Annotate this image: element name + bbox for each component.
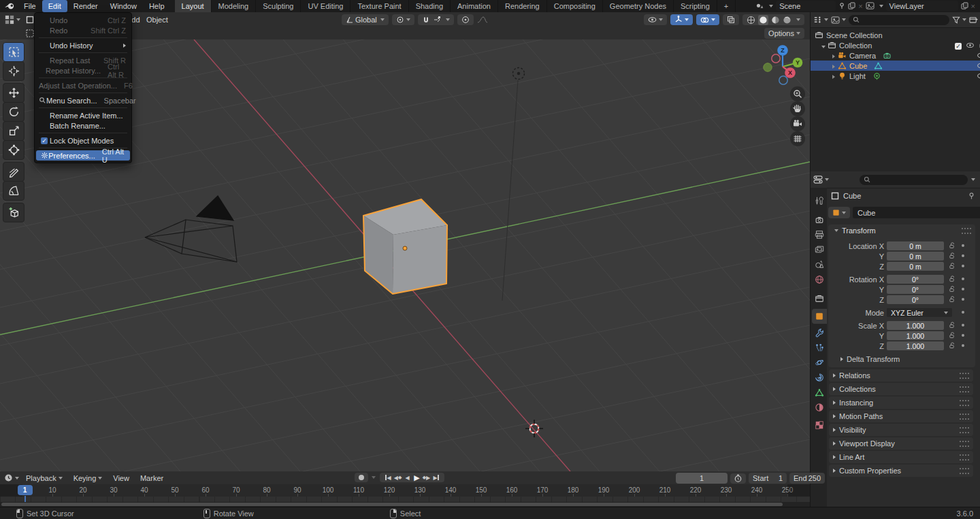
gizmo-minus-x[interactable]: [772, 54, 780, 63]
topbar-menu-render[interactable]: Render: [67, 0, 104, 12]
collection-checkbox[interactable]: ✓: [955, 41, 962, 50]
transform-field-5[interactable]: 0°: [887, 295, 944, 304]
properties-editor-type-icon[interactable]: [813, 175, 829, 184]
menu-item-adjust-last-operation[interactable]: Adjust Last Operation...F6: [35, 80, 131, 90]
timeline-ruler[interactable]: 1020304050607080901001101201301401501601…: [0, 484, 810, 497]
delta-transform-header[interactable]: Delta Transform: [840, 355, 900, 363]
new-viewlayer-icon[interactable]: [961, 2, 968, 10]
viewlayer-name-field[interactable]: ViewLayer: [886, 1, 958, 11]
properties-options-chevron[interactable]: [971, 178, 975, 181]
pin-icon[interactable]: [838, 2, 845, 10]
blender-logo-icon[interactable]: [4, 2, 15, 10]
tool-annotate[interactable]: [3, 162, 24, 182]
hide-in-viewport-eye-icon[interactable]: [966, 41, 975, 50]
menu-item-menu-search[interactable]: Menu Search...Spacebar: [35, 95, 131, 105]
outliner-row-cube[interactable]: Cube: [811, 61, 980, 71]
pan-button[interactable]: [789, 101, 806, 117]
transform-orientation-dropdown[interactable]: Global: [342, 14, 389, 25]
playhead-line[interactable]: [24, 496, 26, 502]
tool-transform[interactable]: [3, 140, 24, 160]
workspace-tab-shading[interactable]: Shading: [409, 0, 451, 12]
shading-solid-button[interactable]: [758, 15, 768, 25]
panel-instancing[interactable]: Instancing: [829, 397, 973, 409]
outliner-item-label[interactable]: Scene Collection: [826, 31, 883, 39]
keying-popover-chevron[interactable]: [372, 476, 376, 479]
scene-name-field[interactable]: Scene: [776, 1, 836, 11]
outliner-item-label[interactable]: Collection: [839, 41, 872, 50]
lock-icon[interactable]: [948, 261, 957, 270]
jump-to-start-button[interactable]: ◀: [384, 473, 393, 482]
panel-collections[interactable]: Collections: [829, 383, 973, 395]
cube-object[interactable]: [363, 199, 447, 294]
options-dropdown[interactable]: Options: [764, 28, 804, 39]
menu-item-undo-history[interactable]: Undo History: [35, 40, 131, 50]
new-collection-button[interactable]: [969, 16, 978, 24]
panel-motion-paths[interactable]: Motion Paths: [829, 410, 973, 422]
hide-in-viewport-eye-icon[interactable]: [977, 51, 980, 60]
outliner-item-label[interactable]: Light: [849, 72, 866, 80]
timeline-menu-view[interactable]: View: [108, 474, 135, 482]
menu-item-undo[interactable]: UndoCtrl Z: [35, 15, 131, 25]
filter-dropdown[interactable]: [952, 16, 966, 24]
lock-icon[interactable]: [948, 284, 957, 293]
orthographic-toggle-button[interactable]: [789, 131, 806, 147]
lock-icon[interactable]: [948, 295, 957, 303]
scrollbar-handle[interactable]: [1, 503, 783, 506]
xray-toggle[interactable]: [723, 14, 739, 25]
animate-dot[interactable]: [962, 254, 964, 257]
gizmo-minus-y[interactable]: [764, 63, 772, 71]
menu-item-lock-object-modes[interactable]: ✓Lock Object Modes: [35, 135, 131, 146]
frame-end-field[interactable]: End 250: [789, 473, 825, 484]
viewlayer-type-icon[interactable]: [866, 2, 875, 10]
play-button[interactable]: ▶: [412, 473, 421, 482]
object-mode-icon[interactable]: [26, 16, 34, 24]
tool-select-box[interactable]: [3, 42, 24, 62]
overlays-toggle[interactable]: [696, 14, 719, 25]
workspace-tab-geometry-nodes[interactable]: Geometry Nodes: [603, 0, 674, 12]
display-mode-dropdown[interactable]: [813, 16, 828, 24]
timeline-menu-playback[interactable]: Playback: [20, 474, 68, 482]
outliner-item-label[interactable]: Camera: [849, 52, 876, 60]
properties-tab-constraints[interactable]: [812, 370, 827, 385]
shading-material-button[interactable]: [771, 16, 780, 24]
pin-id-icon[interactable]: [968, 192, 975, 200]
properties-tab-output[interactable]: [812, 227, 827, 242]
animate-dot[interactable]: [962, 278, 964, 280]
outliner-row-light[interactable]: Light: [811, 71, 980, 81]
animate-dot[interactable]: [962, 265, 964, 267]
hide-in-viewport-eye-icon[interactable]: [977, 61, 980, 70]
shading-wireframe-button[interactable]: [747, 16, 755, 24]
play-reverse-button[interactable]: ◀: [403, 473, 412, 482]
timeline-menu-keying[interactable]: Keying: [68, 474, 108, 482]
topbar-menu-edit[interactable]: Edit: [42, 0, 67, 12]
properties-tab-scene[interactable]: [812, 257, 827, 272]
current-frame-field[interactable]: 1: [676, 473, 728, 484]
jump-to-end-button[interactable]: ▶: [431, 473, 440, 482]
panel-custom-properties[interactable]: Custom Properties: [829, 465, 973, 477]
properties-tab-collection[interactable]: [812, 291, 827, 306]
tool-rotate[interactable]: [3, 102, 24, 122]
disclosure-collapsed-icon[interactable]: [832, 62, 838, 70]
outliner-row-camera[interactable]: Camera: [811, 50, 980, 61]
outliner-search-input[interactable]: [849, 15, 949, 25]
next-keyframe-button[interactable]: ◆▶: [422, 473, 431, 482]
lock-icon[interactable]: [948, 241, 957, 250]
lock-icon[interactable]: [948, 341, 957, 350]
outliner-item-label[interactable]: Cube: [849, 62, 867, 70]
shading-rendered-button[interactable]: [783, 16, 791, 24]
prev-keyframe-button[interactable]: ◀◆: [393, 473, 402, 482]
animate-dot[interactable]: [962, 334, 964, 337]
animate-dot[interactable]: [962, 244, 964, 247]
topbar-menu-file[interactable]: File: [18, 0, 42, 12]
outliner-row-collection[interactable]: Collection✓: [811, 40, 980, 50]
timeline-track[interactable]: [0, 497, 810, 502]
object-id-dropdown[interactable]: [828, 207, 850, 218]
properties-tab-physics[interactable]: [812, 355, 827, 370]
use-preview-range-toggle[interactable]: [730, 473, 746, 484]
properties-tab-material[interactable]: [812, 400, 827, 415]
workspace-tab-modeling[interactable]: Modeling: [212, 0, 257, 12]
proportional-editing-toggle[interactable]: [457, 14, 474, 25]
animate-dot[interactable]: [962, 298, 964, 301]
properties-tab-view-layer[interactable]: [812, 242, 827, 257]
menu-item-rename-active-item[interactable]: Rename Active Item...: [35, 110, 131, 120]
